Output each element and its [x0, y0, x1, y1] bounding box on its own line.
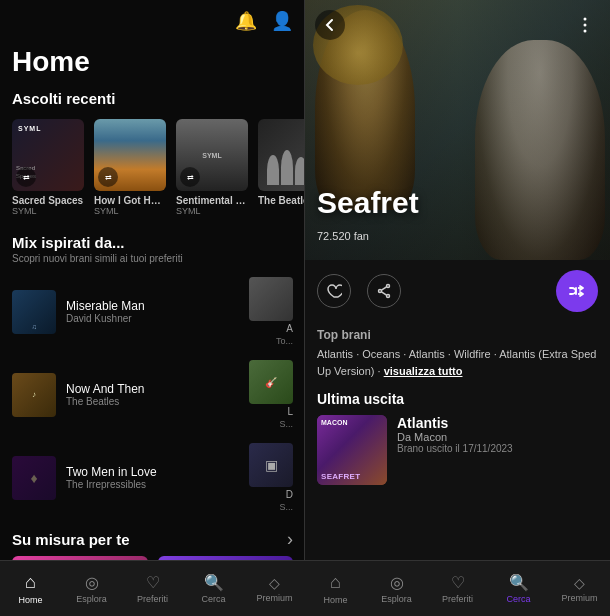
left-header: 🔔 👤: [0, 0, 305, 42]
nav-label-home-right: Home: [323, 595, 347, 605]
premium-icon-right: ◇: [574, 575, 585, 591]
recent-scroll: SYML Sacred Spaces ⇄ Sacred Spaces SYML …: [0, 111, 305, 224]
recent-section-title: Ascolti recenti: [0, 86, 305, 111]
mix-info: Now And Then The Beatles: [66, 382, 239, 407]
top-brani-section: Top brani Atlantis · Oceans · Atlantis ·…: [305, 322, 610, 383]
album-thumb-beatles: [258, 119, 305, 191]
mix-song: Two Men in Love: [66, 465, 239, 479]
ultima-title: Ultima uscita: [317, 391, 598, 407]
mix-song: Now And Then: [66, 382, 239, 396]
share-icon-sacred: ⇄: [16, 167, 36, 187]
nav-label-premium-right: Premium: [561, 593, 597, 603]
artist-name: Seafret: [317, 186, 419, 220]
top-brani-title: Top brani: [317, 328, 598, 342]
ultima-info: Atlantis Da Macon Brano uscito il 17/11/…: [397, 415, 598, 454]
nav-item-premium-left[interactable]: ◇ Premium: [244, 561, 305, 616]
nav-item-preferiti-right[interactable]: ♡ Preferiti: [427, 561, 488, 616]
svg-point-0: [584, 18, 587, 21]
nav-label-esplora-left: Esplora: [76, 594, 107, 604]
nav-item-premium-right[interactable]: ◇ Premium: [549, 561, 610, 616]
ultima-song-title: Atlantis: [397, 415, 598, 431]
list-item[interactable]: ♦ Two Men in Love The Irrepressibles ▣ D…: [0, 436, 305, 519]
nav-label-preferiti-right: Preferiti: [442, 594, 473, 604]
nav-label-home-left: Home: [18, 595, 42, 605]
nav-item-esplora-left[interactable]: ◎ Esplora: [61, 561, 122, 616]
shuffle-button[interactable]: [556, 270, 598, 312]
svg-point-2: [584, 30, 587, 33]
mix-info: Two Men in Love The Irrepressibles: [66, 465, 239, 490]
heart-icon-right: ♡: [451, 573, 465, 592]
nav-label-premium-left: Premium: [256, 593, 292, 603]
list-item[interactable]: SYML ⇄ Sentimental (Piano Solo) SYML: [176, 119, 248, 216]
nav-item-home-right[interactable]: ⌂ Home: [305, 561, 366, 616]
bell-icon[interactable]: 🔔: [235, 10, 257, 32]
mix-subtitle: Scopri nuovi brani simili ai tuoi prefer…: [0, 253, 305, 270]
svg-line-6: [382, 287, 387, 290]
home-icon-left: ⌂: [25, 572, 36, 593]
page-title: Home: [0, 42, 305, 86]
nav-item-cerca-right[interactable]: 🔍 Cerca: [488, 561, 549, 616]
mix-artist: David Kushner: [66, 313, 239, 324]
like-button[interactable]: [317, 274, 351, 308]
back-button[interactable]: [315, 10, 345, 40]
svg-point-5: [379, 290, 382, 293]
mix-artist: The Irrepressibles: [66, 479, 239, 490]
album-sublabel: SYML: [12, 206, 84, 216]
album-thumb-sacred: SYML Sacred Spaces ⇄: [12, 119, 84, 191]
top-brani-text: Atlantis · Oceans · Atlantis · Wildfire …: [317, 346, 598, 379]
list-item[interactable]: ♫ Miserable Man David Kushner A To...: [0, 270, 305, 353]
nav-label-cerca-left: Cerca: [201, 594, 225, 604]
list-item[interactable]: ⇄ How I Got Home SYML: [94, 119, 166, 216]
svg-point-3: [387, 285, 390, 288]
nav-item-cerca-left[interactable]: 🔍 Cerca: [183, 561, 244, 616]
mix-song: Miserable Man: [66, 299, 239, 313]
list-item[interactable]: ♪ Now And Then The Beatles 🎸 L S...: [0, 353, 305, 436]
nav-label-esplora-right: Esplora: [381, 594, 412, 604]
sumisura-header: Su misura per te ›: [0, 519, 305, 556]
bottom-nav: ⌂ Home ◎ Esplora ♡ Preferiti 🔍 Cerca ◇ P…: [0, 560, 610, 616]
premium-icon-left: ◇: [269, 575, 280, 591]
album-thumb-sentimental: SYML ⇄: [176, 119, 248, 191]
mix-thumb-twomen: ♦: [12, 456, 56, 500]
album-sublabel: SYML: [176, 206, 248, 216]
explore-icon-right: ◎: [390, 573, 404, 592]
chevron-right-icon[interactable]: ›: [287, 529, 293, 550]
svg-point-1: [584, 24, 587, 27]
ultima-section: Ultima uscita MACON SEAFRET MACON Atlant…: [305, 383, 610, 489]
more-button[interactable]: [570, 10, 600, 40]
home-icon-right: ⌂: [330, 572, 341, 593]
ultima-album-name: Da Macon: [397, 431, 598, 443]
share-icon-howigot: ⇄: [98, 167, 118, 187]
list-item[interactable]: SYML Sacred Spaces ⇄ Sacred Spaces SYML: [12, 119, 84, 216]
ultima-album-thumb: MACON SEAFRET MACON: [317, 415, 387, 485]
svg-line-7: [382, 292, 387, 295]
search-icon-left: 🔍: [204, 573, 224, 592]
share-button[interactable]: [367, 274, 401, 308]
figure-right: [475, 40, 605, 260]
list-item[interactable]: The Beatles: [258, 119, 305, 216]
view-all-link[interactable]: visualizza tutto: [384, 365, 463, 377]
mix-thumb-nowandthen: ♪: [12, 373, 56, 417]
ultima-card[interactable]: MACON SEAFRET MACON Atlantis Da Macon Br…: [317, 415, 598, 485]
album-thumb-howigot: ⇄: [94, 119, 166, 191]
right-actions: [305, 260, 610, 322]
ultima-thumb-bot-text: SEAFRET: [321, 472, 360, 481]
right-panel: Seafret 72.520 fan: [305, 0, 610, 580]
nav-item-esplora-right[interactable]: ◎ Esplora: [366, 561, 427, 616]
mix-title: Mix ispirati da...: [0, 224, 305, 253]
nav-item-preferiti-left[interactable]: ♡ Preferiti: [122, 561, 183, 616]
svg-point-4: [387, 295, 390, 298]
explore-icon-left: ◎: [85, 573, 99, 592]
ultima-release-date: Brano uscito il 17/11/2023: [397, 443, 598, 454]
nav-label-preferiti-left: Preferiti: [137, 594, 168, 604]
artist-hero: Seafret 72.520 fan: [305, 0, 610, 260]
album-label: The Beatles: [258, 195, 305, 206]
nav-item-home-left[interactable]: ⌂ Home: [0, 561, 61, 616]
profile-icon[interactable]: 👤: [271, 10, 293, 32]
album-sublabel: SYML: [94, 206, 166, 216]
mix-thumb-miserable: ♫: [12, 290, 56, 334]
mix-info: Miserable Man David Kushner: [66, 299, 239, 324]
ultima-thumb-label-top: MACON: [321, 419, 347, 426]
sumisura-title: Su misura per te: [12, 531, 130, 548]
left-panel: 🔔 👤 Home Ascolti recenti SYML Sacred Spa…: [0, 0, 305, 580]
